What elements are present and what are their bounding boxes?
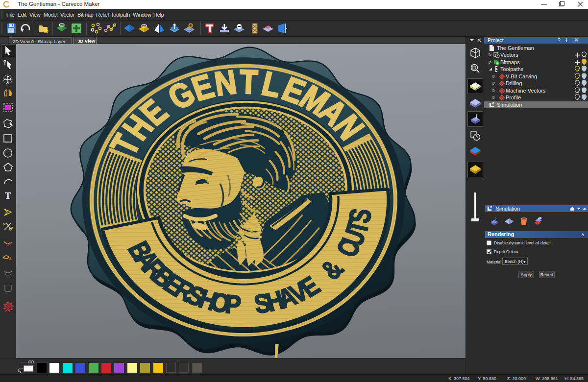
svg-text:T: T xyxy=(239,63,258,101)
svg-text:T: T xyxy=(5,191,11,201)
svg-text:P: P xyxy=(224,289,243,319)
